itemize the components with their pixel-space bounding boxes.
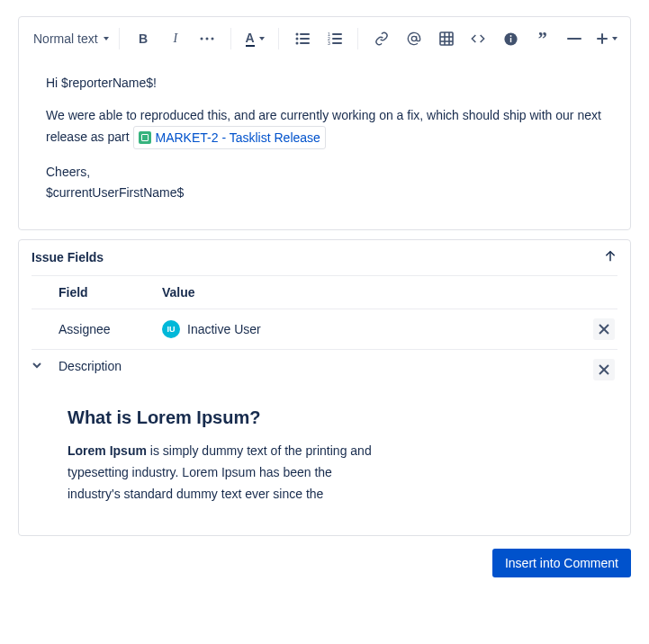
svg-point-15 <box>411 36 416 40</box>
table-header-row: Field Value <box>32 275 617 309</box>
chevron-down-icon <box>612 37 617 40</box>
description-paragraph: Lorem Ipsum is simply dummy text of the … <box>68 441 374 505</box>
svg-rect-6 <box>300 38 310 40</box>
field-value: IU Inactive User <box>162 320 590 338</box>
footer-actions: Insert into Comment <box>18 549 631 577</box>
svg-point-23 <box>509 35 511 37</box>
info-icon <box>503 31 518 47</box>
chevron-down-icon <box>259 37 265 40</box>
issue-key-label: MARKET-2 - Tasklist Release <box>156 128 320 148</box>
expand-toggle[interactable] <box>32 359 42 373</box>
divider-button[interactable] <box>561 24 590 53</box>
table-icon <box>439 31 454 46</box>
svg-point-5 <box>295 38 298 40</box>
remove-field-button[interactable] <box>593 359 615 380</box>
insert-menu-button[interactable] <box>592 24 621 53</box>
separator <box>278 28 279 49</box>
plus-icon <box>596 32 608 45</box>
description-lead: Lorem Ipsum <box>68 443 147 458</box>
numbered-list-icon: 1 2 3 <box>328 32 342 45</box>
svg-point-0 <box>201 38 203 40</box>
insert-into-comment-button[interactable]: Insert into Comment <box>492 549 631 577</box>
svg-rect-10 <box>332 33 342 35</box>
text-style-select[interactable]: Normal text <box>28 28 110 49</box>
quote-button[interactable]: ” <box>528 24 557 53</box>
code-button[interactable] <box>464 24 493 53</box>
arrow-up-icon <box>603 249 617 264</box>
mention-icon <box>407 31 421 46</box>
field-name: Description <box>59 359 162 373</box>
description-heading: What is Lorem Ipsum? <box>68 407 581 428</box>
more-icon <box>200 37 214 40</box>
editor-toolbar: Normal text B I A 1 2 3 <box>19 17 630 60</box>
table-row: Description <box>32 350 617 389</box>
issue-link-lozenge[interactable]: MARKET-2 - Tasklist Release <box>133 126 326 149</box>
svg-point-2 <box>212 38 214 40</box>
svg-rect-16 <box>440 32 453 45</box>
bullet-list-icon <box>295 32 310 45</box>
editor-content[interactable]: Hi $reporterName$! We were able to repro… <box>19 60 630 229</box>
table-row: Assignee IU Inactive User <box>32 309 617 350</box>
collapse-button[interactable] <box>603 249 617 266</box>
text-style-label: Normal text <box>33 31 98 46</box>
header-field: Field <box>59 285 162 300</box>
svg-rect-26 <box>597 38 608 40</box>
text-color-button[interactable]: A <box>240 24 269 53</box>
svg-rect-14 <box>332 42 342 44</box>
bold-button[interactable]: B <box>129 24 158 53</box>
divider-icon <box>567 37 581 40</box>
issue-fields-title: Issue Fields <box>32 250 104 264</box>
signoff-line-2: $currentUserFirstName$ <box>46 185 184 200</box>
italic-button[interactable]: I <box>161 24 190 53</box>
issue-fields-panel: Issue Fields Field Value Assignee IU Ina… <box>18 239 631 536</box>
remove-field-button[interactable] <box>593 318 615 340</box>
story-icon <box>139 131 151 144</box>
separator <box>230 28 231 49</box>
editor-greeting: Hi $reporterName$! <box>46 73 603 93</box>
text-color-icon: A <box>246 31 255 47</box>
separator <box>119 28 120 49</box>
assignee-name: Inactive User <box>187 322 261 336</box>
header-value: Value <box>162 285 590 300</box>
avatar: IU <box>162 320 180 338</box>
editor-signoff: Cheers, $currentUserFirstName$ <box>46 162 603 202</box>
code-icon <box>471 31 485 46</box>
svg-rect-24 <box>567 38 581 40</box>
numbered-list-button[interactable]: 1 2 3 <box>320 24 349 53</box>
info-button[interactable] <box>496 24 525 53</box>
svg-point-3 <box>295 33 298 36</box>
svg-rect-22 <box>509 38 510 42</box>
svg-rect-8 <box>300 42 310 44</box>
issue-fields-header: Issue Fields <box>19 240 630 275</box>
close-icon <box>599 364 609 375</box>
chevron-down-icon <box>32 360 42 371</box>
signoff-line-1: Cheers, <box>46 165 90 179</box>
svg-text:3: 3 <box>328 40 330 45</box>
editor-panel: Normal text B I A 1 2 3 <box>18 16 631 230</box>
link-button[interactable] <box>367 24 396 53</box>
chevron-down-icon <box>104 37 109 40</box>
issue-fields-table: Field Value Assignee IU Inactive User <box>19 275 630 535</box>
table-button[interactable] <box>432 24 461 53</box>
more-formatting-button[interactable] <box>194 24 222 53</box>
field-name: Assignee <box>59 322 162 336</box>
svg-point-7 <box>295 42 298 45</box>
editor-body-paragraph: We were able to reproduced this, and are… <box>46 105 603 149</box>
mention-button[interactable] <box>400 24 428 53</box>
svg-rect-12 <box>332 38 342 40</box>
svg-point-1 <box>206 38 209 40</box>
description-content: What is Lorem Ipsum? Lorem Ipsum is simp… <box>32 389 617 514</box>
close-icon <box>599 324 609 335</box>
svg-rect-4 <box>300 33 310 35</box>
link-icon <box>374 31 389 46</box>
separator <box>357 28 358 49</box>
bullet-list-button[interactable] <box>288 24 317 53</box>
